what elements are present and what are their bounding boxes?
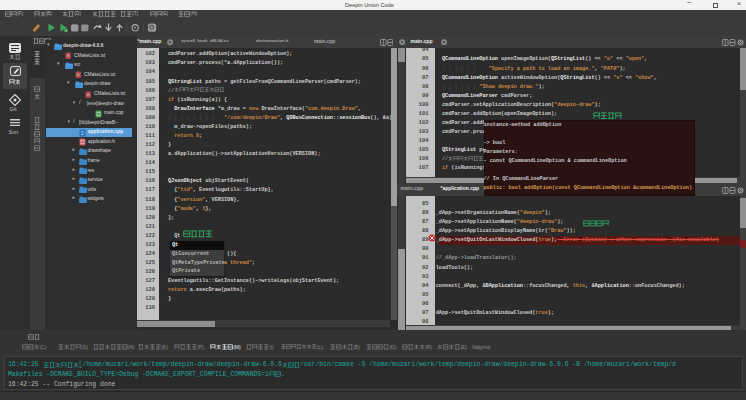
svg-text:2: 2 (81, 130, 84, 136)
